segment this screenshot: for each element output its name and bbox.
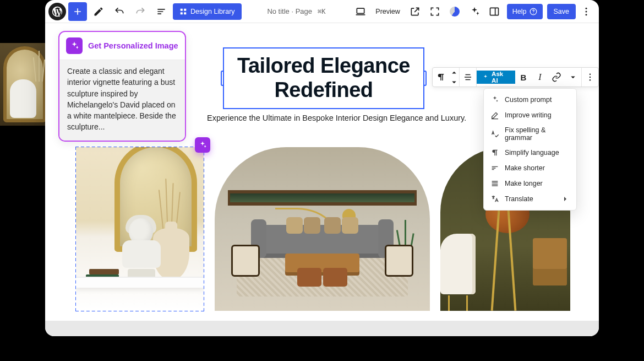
editor-canvas: Tailored Elegance Redefined Experience t… — [45, 23, 599, 321]
desktop-preview-button[interactable] — [351, 2, 370, 21]
ai-dropdown-menu: Custom prompt Improve writing Fix spelli… — [483, 88, 577, 211]
sparkle-icon — [69, 41, 79, 51]
redo-button[interactable] — [131, 2, 150, 21]
spellcheck-icon — [490, 130, 499, 138]
ai-item-custom-prompt[interactable]: Custom prompt — [484, 92, 576, 107]
image-block-2[interactable] — [215, 147, 430, 311]
heading-block[interactable]: Tailored Elegance Redefined — [223, 47, 424, 109]
block-more-button[interactable] — [582, 68, 598, 87]
subtitle-text[interactable]: Experience the Ultimate in Bespoke Inter… — [207, 114, 466, 122]
svg-point-13 — [590, 79, 591, 80]
svg-rect-2 — [181, 12, 183, 14]
resize-handle-left[interactable] — [221, 71, 224, 86]
heading-text[interactable]: Tailored Elegance Redefined — [228, 54, 419, 102]
design-library-label: Design Library — [190, 8, 235, 15]
svg-rect-3 — [184, 12, 186, 14]
view-page-button[interactable] — [406, 2, 424, 21]
editor-window: Design Library No title · Page ⌘K Previe… — [45, 0, 599, 336]
svg-rect-1 — [184, 8, 186, 10]
sparkle-icon — [469, 6, 480, 17]
document-title-area[interactable]: No title · Page ⌘K — [244, 7, 350, 15]
chevron-up-icon — [449, 68, 459, 78]
topbar: Design Library No title · Page ⌘K Previe… — [45, 0, 599, 23]
more-format-button[interactable] — [565, 68, 581, 87]
shorter-icon — [490, 164, 499, 173]
plus-icon — [72, 6, 83, 17]
chevron-down-icon — [568, 72, 578, 82]
svg-rect-0 — [181, 8, 183, 10]
add-block-button[interactable] — [68, 2, 87, 21]
kebab-icon — [581, 6, 592, 17]
progress-button[interactable] — [445, 2, 464, 21]
document-overview-button[interactable] — [152, 2, 171, 21]
block-toolbar: Ask AI B I — [432, 67, 599, 87]
image-2-content — [215, 147, 430, 311]
preview-button[interactable]: Preview — [371, 3, 404, 20]
sidebar-toggle-button[interactable] — [485, 2, 504, 21]
svg-point-8 — [586, 7, 587, 9]
ai-item-improve-writing[interactable]: Improve writing — [484, 107, 576, 123]
fullscreen-icon — [429, 6, 440, 17]
svg-point-10 — [586, 14, 587, 15]
ai-sparkle-button[interactable] — [465, 2, 484, 21]
popover-prompt-text[interactable]: Create a classic and elegant interior vi… — [59, 60, 185, 141]
globe-icon — [450, 7, 460, 17]
resize-handle-right[interactable] — [423, 71, 427, 86]
popover-title: Get Personalized Image — [88, 41, 178, 50]
save-button[interactable]: Save — [547, 4, 576, 19]
ai-item-fix-spelling[interactable]: Fix spelling & grammar — [484, 123, 576, 145]
link-button[interactable] — [548, 68, 565, 87]
undo-icon — [114, 6, 125, 17]
laptop-icon — [355, 6, 366, 17]
move-up-button[interactable] — [449, 68, 459, 77]
kebab-icon — [585, 72, 595, 82]
sparkle-icon — [490, 95, 499, 104]
list-icon — [156, 6, 167, 17]
personalized-image-popover: Get Personalized Image Create a classic … — [58, 31, 186, 142]
help-button[interactable]: Help — [507, 4, 543, 19]
ai-item-translate[interactable]: Translate — [484, 191, 576, 207]
design-library-button[interactable]: Design Library — [173, 3, 242, 20]
svg-rect-4 — [357, 8, 364, 13]
pencil-icon — [93, 6, 104, 17]
ask-ai-button[interactable]: Ask AI — [477, 71, 515, 84]
ai-item-longer[interactable]: Make longer — [484, 176, 576, 191]
block-type-button[interactable] — [433, 68, 449, 87]
undo-button[interactable] — [110, 2, 129, 21]
popover-sparkle-icon — [66, 37, 83, 54]
external-link-icon — [410, 6, 421, 17]
svg-rect-5 — [490, 8, 498, 15]
edit-mode-button[interactable] — [89, 2, 108, 21]
svg-point-12 — [590, 77, 591, 78]
align-icon — [463, 72, 473, 82]
sparkle-icon — [198, 141, 207, 149]
ai-image-button[interactable] — [195, 137, 210, 153]
svg-point-11 — [590, 74, 591, 75]
pencil-line-icon — [490, 111, 499, 120]
chevron-right-icon — [561, 195, 570, 203]
align-button[interactable] — [460, 68, 476, 87]
ai-item-shorter[interactable]: Make shorter — [484, 160, 576, 176]
fullscreen-button[interactable] — [425, 2, 444, 21]
link-icon — [552, 72, 561, 82]
command-shortcut: ⌘K — [318, 8, 325, 15]
longer-icon — [490, 179, 499, 188]
move-down-button[interactable] — [449, 77, 459, 87]
library-icon — [179, 8, 187, 15]
help-icon — [530, 8, 537, 15]
more-options-button[interactable] — [577, 2, 596, 21]
chevron-down-icon — [449, 77, 459, 87]
paragraph-icon — [490, 148, 499, 157]
paragraph-icon — [436, 72, 446, 82]
wordpress-icon — [51, 6, 63, 18]
sparkle-icon — [482, 74, 489, 81]
italic-button[interactable]: I — [532, 68, 548, 87]
external-thumbnail — [0, 43, 50, 126]
svg-point-9 — [586, 10, 587, 12]
ai-item-simplify[interactable]: Simplify language — [484, 145, 576, 160]
image-block-1[interactable] — [76, 147, 204, 311]
translate-icon — [490, 195, 499, 203]
redo-icon — [135, 6, 146, 17]
bold-button[interactable]: B — [515, 68, 532, 87]
wordpress-logo[interactable] — [48, 3, 66, 20]
